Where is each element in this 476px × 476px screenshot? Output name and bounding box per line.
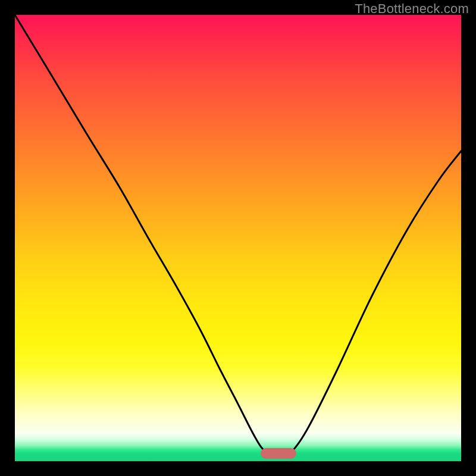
plot-area bbox=[15, 15, 461, 461]
optimal-point-marker bbox=[261, 448, 296, 459]
bottleneck-curve-path bbox=[15, 15, 461, 453]
bottleneck-curve bbox=[15, 15, 461, 461]
chart-canvas: TheBottleneck.com bbox=[0, 0, 476, 476]
watermark-text: TheBottleneck.com bbox=[355, 1, 469, 17]
